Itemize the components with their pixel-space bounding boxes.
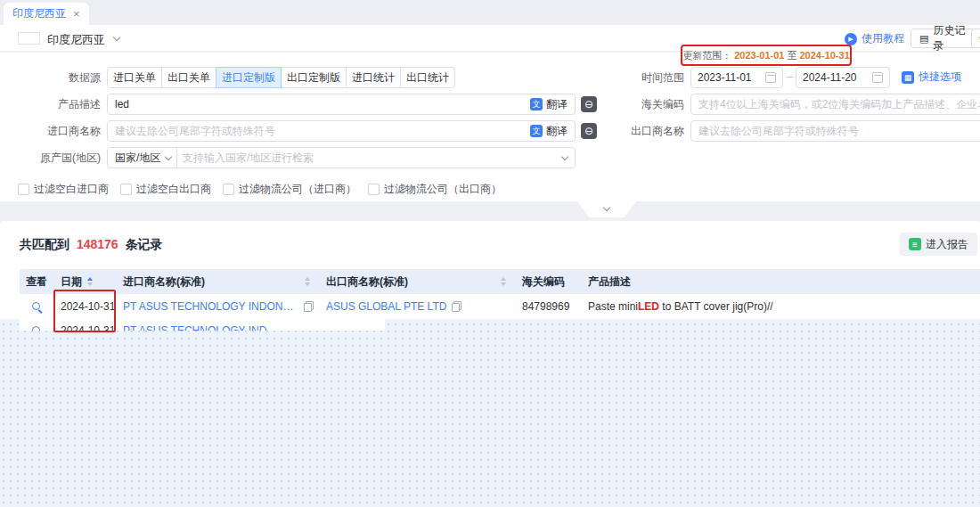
- start-date-value: 2023-11-01: [698, 71, 760, 84]
- filter-logistics-exporter[interactable]: 过滤物流公司（出口商）: [368, 182, 502, 197]
- translate-icon: 文: [530, 98, 543, 110]
- summary-prefix: 共匹配到: [20, 237, 69, 251]
- history-button[interactable]: ▤ 历史记录: [911, 29, 980, 48]
- enter-report-button[interactable]: ≡ 进入报告: [900, 233, 977, 256]
- tutorial-link[interactable]: ▶ 使用教程: [845, 31, 904, 46]
- origin-type-select[interactable]: 国家/地区: [108, 148, 177, 168]
- exclude-toggle-icon[interactable]: ⊖: [581, 123, 597, 139]
- importer-label: 进口商名称: [9, 120, 101, 142]
- start-date-input[interactable]: 2023-11-01: [690, 67, 783, 88]
- update-end-date: 2024-10-31: [800, 50, 850, 61]
- favorite-button[interactable]: ★: [971, 29, 980, 48]
- header-product-desc: 产品描述: [581, 269, 980, 294]
- filter-label: 过滤物流公司（进口商）: [239, 182, 356, 197]
- chevron-down-icon: [561, 152, 568, 159]
- update-start-date: 2023-01-01: [734, 50, 784, 61]
- update-range-to: 至: [788, 49, 797, 62]
- desc-keyword: LED: [638, 300, 659, 313]
- product-desc-input[interactable]: [115, 98, 525, 110]
- checkbox-icon[interactable]: [120, 184, 132, 195]
- filter-blank-exporter[interactable]: 过滤空白出口商: [120, 182, 211, 197]
- datasource-button-group: 进口关单 出口关单 进口定制版 出口定制版 进口统计 出口统计: [107, 67, 455, 88]
- tab-bar: 印度尼西亚 ×: [0, 0, 980, 25]
- importer-link[interactable]: PT ASUS TECHNOLOGY INDONESIA BA...: [123, 300, 298, 313]
- summary-suffix: 条记录: [126, 237, 163, 251]
- exporter-field: [690, 120, 980, 142]
- translate-icon: 文: [530, 125, 543, 137]
- play-circle-icon: ▶: [845, 33, 857, 45]
- indonesia-flag-icon: [18, 32, 40, 45]
- filter-logistics-importer[interactable]: 过滤物流公司（进口商）: [223, 182, 356, 197]
- origin-search-placeholder[interactable]: 支持输入国家/地区进行检索: [183, 151, 557, 166]
- panel-gap: [0, 201, 980, 221]
- calendar-icon: [872, 72, 883, 83]
- importer-input[interactable]: [115, 125, 525, 137]
- search-icon[interactable]: [32, 302, 42, 312]
- history-icon: ▤: [919, 33, 928, 45]
- chevron-down-icon: [165, 152, 172, 159]
- grid-icon: ▦: [902, 71, 914, 84]
- sort-icon: [501, 277, 506, 286]
- exporter-input[interactable]: [698, 125, 980, 137]
- sort-icon: [305, 277, 310, 286]
- hs-code-field: [690, 94, 980, 115]
- hs-code-label: 海关编码: [602, 94, 684, 115]
- desc-text: to BATT cover jig(Pro)//: [659, 300, 773, 313]
- exclude-toggle-icon[interactable]: ⊖: [581, 96, 597, 112]
- history-label: 历史记录: [933, 23, 971, 53]
- origin-country-field: 国家/地区 支持输入国家/地区进行检索: [107, 147, 576, 168]
- segment-import-stats[interactable]: 进口统计: [346, 67, 401, 88]
- results-summary: 共匹配到 148176 条记录: [20, 237, 163, 253]
- update-range-label: 更新范围：: [682, 49, 731, 62]
- close-icon[interactable]: ×: [73, 8, 80, 20]
- header-importer[interactable]: 进口商名称(标准): [116, 269, 319, 294]
- end-date-input[interactable]: 2024-11-20: [796, 67, 890, 88]
- cell-hs-code: 84798969: [515, 294, 581, 319]
- date-separator: –: [787, 70, 793, 83]
- segment-export-stats[interactable]: 出口统计: [400, 67, 455, 88]
- filter-blank-importer[interactable]: 过滤空白进口商: [18, 182, 109, 197]
- translate-button[interactable]: 文 翻译: [530, 97, 568, 112]
- product-desc-label: 产品描述: [9, 94, 101, 115]
- chevron-down-icon: [603, 204, 610, 211]
- search-icon[interactable]: [32, 326, 42, 331]
- header-view: 查看: [20, 269, 53, 294]
- quick-options-button[interactable]: ▦ 快捷选项: [902, 70, 961, 85]
- segment-export-custom[interactable]: 出口定制版: [281, 67, 347, 88]
- checkbox-icon[interactable]: [368, 184, 380, 195]
- chevron-down-icon[interactable]: [113, 34, 120, 41]
- results-panel: 共匹配到 148176 条记录 ≡ 进入报告 查看 日期 进口商名称(标准) 出…: [0, 221, 980, 319]
- tab-title: 印度尼西亚: [12, 6, 66, 21]
- checkbox-icon[interactable]: [223, 184, 234, 195]
- segment-import-docs[interactable]: 进口关单: [107, 67, 162, 88]
- origin-type-value: 国家/地区: [115, 151, 160, 166]
- enter-report-label: 进入报告: [926, 237, 968, 252]
- calendar-icon: [765, 72, 776, 83]
- header-exporter[interactable]: 出口商名称(标准): [319, 269, 515, 294]
- segment-import-custom[interactable]: 进口定制版: [216, 67, 282, 88]
- tutorial-label: 使用教程: [862, 31, 904, 46]
- record-count: 148176: [73, 237, 122, 251]
- datasource-label: 数据源: [9, 67, 101, 88]
- importer-link[interactable]: PT ASUS TECHNOLOGY IND: [123, 324, 266, 331]
- exporter-label: 出口商名称: [602, 120, 684, 142]
- copy-icon[interactable]: [304, 301, 314, 312]
- translate-label: 翻译: [546, 124, 568, 139]
- table-row: 2024-10-31 PT ASUS TECHNOLOGY INDONESIA …: [20, 294, 980, 319]
- search-form-panel: 数据源 进口关单 出口关单 进口定制版 出口定制版 进口统计 出口统计 时间范围…: [0, 53, 980, 201]
- header-exporter-label: 出口商名称(标准): [326, 274, 408, 290]
- exporter-link[interactable]: ASUS GLOBAL PTE LTD: [326, 300, 446, 313]
- filter-label: 过滤空白进口商: [34, 182, 109, 197]
- tab-indonesia[interactable]: 印度尼西亚 ×: [4, 3, 89, 25]
- copy-icon[interactable]: [452, 301, 461, 312]
- desc-text: Paste mini: [588, 300, 638, 313]
- segment-export-docs[interactable]: 出口关单: [161, 67, 216, 88]
- header-hs-code: 海关编码: [515, 269, 581, 294]
- translate-button[interactable]: 文 翻译: [530, 124, 568, 139]
- importer-field: 文 翻译: [107, 120, 576, 142]
- translate-label: 翻译: [546, 97, 568, 112]
- checkbox-icon[interactable]: [18, 184, 29, 195]
- end-date-value: 2024-11-20: [803, 71, 867, 84]
- hs-code-input[interactable]: [698, 98, 980, 110]
- date-column-annotation: [53, 290, 116, 332]
